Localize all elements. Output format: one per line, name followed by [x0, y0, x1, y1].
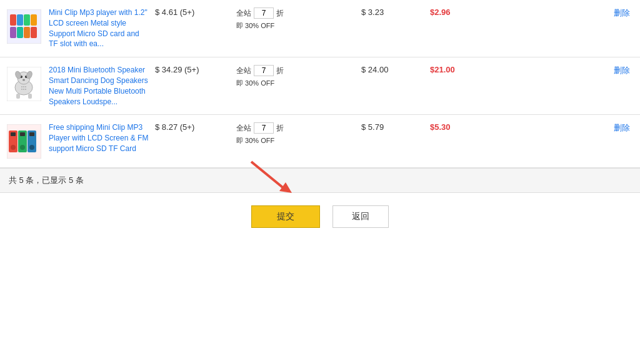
svg-rect-8	[31, 27, 37, 38]
price-after-discount: $ 3.23	[355, 7, 424, 17]
sale-price: $21.00	[424, 65, 492, 74]
discount-section: 全站 折 即 30% OFF	[230, 65, 355, 88]
product-original-price: $ 4.61 (5+)	[149, 7, 230, 17]
svg-point-28	[11, 145, 16, 150]
delete-col: 删除	[492, 7, 635, 19]
svg-point-31	[20, 145, 25, 150]
delete-col: 删除	[492, 65, 635, 76]
table-row: 2018 Mini Bluetooth Speaker Smart Dancin…	[0, 57, 640, 115]
discount-input[interactable]	[254, 122, 274, 134]
delete-button[interactable]: 删除	[614, 66, 630, 75]
svg-rect-27	[11, 132, 16, 136]
action-area: 提交 返回	[0, 193, 640, 240]
svg-point-21	[25, 86, 26, 87]
svg-rect-4	[31, 14, 37, 26]
product-original-price: $ 34.29 (5+)	[149, 65, 230, 74]
table-row: Mini Clip Mp3 player with 1.2" LCD scree…	[0, 0, 640, 57]
discount-input[interactable]	[254, 65, 274, 76]
svg-point-23	[23, 89, 24, 90]
product-image	[5, 7, 42, 45]
svg-point-19	[21, 86, 22, 87]
svg-point-22	[21, 89, 22, 90]
product-original-price: $ 8.27 (5+)	[149, 122, 230, 132]
svg-point-34	[29, 145, 34, 150]
discount-section: 全站 折 即 30% OFF	[230, 122, 355, 145]
product-list: Mini Clip Mp3 player with 1.2" LCD scree…	[0, 0, 640, 168]
svg-line-35	[251, 162, 286, 190]
svg-point-24	[25, 89, 26, 90]
product-title: Mini Clip Mp3 player with 1.2" LCD scree…	[49, 8, 148, 48]
svg-rect-7	[24, 27, 30, 38]
svg-rect-2	[17, 14, 23, 26]
product-info: 2018 Mini Bluetooth Speaker Smart Dancin…	[49, 65, 149, 107]
svg-rect-3	[24, 14, 30, 26]
product-title: 2018 Mini Bluetooth Speaker Smart Dancin…	[49, 66, 148, 106]
back-button[interactable]: 返回	[332, 205, 389, 228]
discount-section: 全站 折 即 30% OFF	[230, 7, 355, 31]
svg-rect-6	[17, 27, 23, 38]
svg-rect-1	[10, 14, 16, 26]
product-info: Mini Clip Mp3 player with 1.2" LCD scree…	[49, 7, 149, 49]
svg-rect-30	[20, 132, 25, 136]
price-after-discount: $ 5.79	[355, 122, 424, 132]
price-after-discount: $ 24.00	[355, 65, 424, 74]
sale-price: $2.96	[424, 7, 492, 17]
arrow-indicator	[245, 159, 295, 196]
product-thumbnail	[7, 67, 41, 101]
delete-col: 删除	[492, 122, 635, 134]
table-row: Free shipping Mini Clip MP3 Player with …	[0, 115, 640, 168]
svg-rect-5	[10, 27, 16, 38]
product-thumbnail	[7, 9, 41, 44]
svg-point-14	[22, 79, 25, 81]
svg-point-20	[23, 86, 24, 87]
footer-summary: 共 5 条，已显示 5 条	[0, 168, 640, 193]
sale-price: $5.30	[424, 122, 492, 132]
svg-rect-33	[29, 132, 34, 136]
svg-rect-17	[16, 94, 20, 99]
product-thumbnail	[7, 124, 41, 159]
product-title: Free shipping Mini Clip MP3 Player with …	[49, 123, 148, 153]
svg-rect-18	[28, 94, 32, 99]
product-image	[5, 122, 42, 160]
submit-button[interactable]: 提交	[251, 205, 320, 228]
delete-button[interactable]: 删除	[614, 8, 630, 17]
delete-button[interactable]: 删除	[614, 123, 630, 132]
product-info: Free shipping Mini Clip MP3 Player with …	[49, 122, 149, 154]
product-image	[5, 65, 42, 102]
discount-input[interactable]	[254, 7, 274, 19]
